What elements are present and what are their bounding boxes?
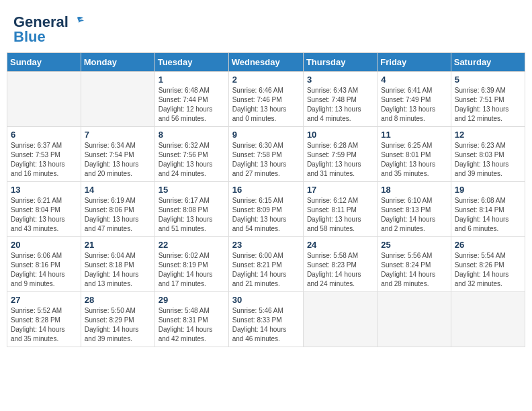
calendar-day-cell: [378, 292, 451, 347]
day-number: 20: [11, 240, 77, 250]
calendar-day-cell: 21Sunrise: 6:04 AM Sunset: 8:18 PM Dayli…: [81, 237, 154, 292]
weekday-header: Tuesday: [154, 53, 228, 72]
day-number: 26: [455, 240, 521, 250]
calendar-day-cell: 18Sunrise: 6:10 AM Sunset: 8:13 PM Dayli…: [378, 182, 451, 237]
day-number: 7: [85, 130, 151, 140]
calendar-day-cell: 16Sunrise: 6:15 AM Sunset: 8:09 PM Dayli…: [228, 182, 303, 237]
day-info: Sunrise: 6:02 AM Sunset: 8:19 PM Dayligh…: [159, 251, 225, 289]
day-info: Sunrise: 6:12 AM Sunset: 8:11 PM Dayligh…: [307, 196, 373, 234]
calendar-day-cell: 19Sunrise: 6:08 AM Sunset: 8:14 PM Dayli…: [451, 182, 525, 237]
day-number: 11: [381, 130, 447, 140]
day-number: 8: [159, 130, 225, 140]
calendar-day-cell: 24Sunrise: 5:58 AM Sunset: 8:23 PM Dayli…: [303, 237, 377, 292]
calendar-day-cell: 23Sunrise: 6:00 AM Sunset: 8:21 PM Dayli…: [228, 237, 303, 292]
calendar-day-cell: 27Sunrise: 5:52 AM Sunset: 8:28 PM Dayli…: [7, 292, 81, 347]
day-info: Sunrise: 5:58 AM Sunset: 8:23 PM Dayligh…: [307, 251, 373, 289]
calendar-day-cell: 13Sunrise: 6:21 AM Sunset: 8:04 PM Dayli…: [7, 182, 81, 237]
calendar-day-cell: 8Sunrise: 6:32 AM Sunset: 7:56 PM Daylig…: [154, 127, 228, 182]
calendar-day-cell: 3Sunrise: 6:43 AM Sunset: 7:48 PM Daylig…: [303, 72, 377, 127]
logo-bird-icon: [70, 15, 85, 30]
day-info: Sunrise: 6:32 AM Sunset: 7:56 PM Dayligh…: [159, 141, 225, 179]
day-info: Sunrise: 5:48 AM Sunset: 8:31 PM Dayligh…: [159, 306, 225, 344]
calendar-day-cell: 25Sunrise: 5:56 AM Sunset: 8:24 PM Dayli…: [378, 237, 451, 292]
calendar-day-cell: 9Sunrise: 6:30 AM Sunset: 7:58 PM Daylig…: [228, 127, 303, 182]
day-info: Sunrise: 6:48 AM Sunset: 7:44 PM Dayligh…: [159, 86, 225, 124]
day-number: 17: [307, 185, 373, 195]
logo-blue: Blue: [13, 28, 46, 46]
day-number: 18: [381, 185, 447, 195]
calendar-day-cell: 1Sunrise: 6:48 AM Sunset: 7:44 PM Daylig…: [154, 72, 228, 127]
day-number: 1: [159, 75, 225, 85]
day-info: Sunrise: 6:34 AM Sunset: 7:54 PM Dayligh…: [85, 141, 151, 179]
calendar-week-row: 6Sunrise: 6:37 AM Sunset: 7:53 PM Daylig…: [7, 127, 525, 182]
day-number: 23: [232, 240, 300, 250]
day-number: 30: [232, 295, 300, 305]
day-info: Sunrise: 6:30 AM Sunset: 7:58 PM Dayligh…: [232, 141, 300, 179]
day-info: Sunrise: 5:50 AM Sunset: 8:29 PM Dayligh…: [85, 306, 151, 344]
day-number: 27: [11, 295, 77, 305]
day-info: Sunrise: 6:15 AM Sunset: 8:09 PM Dayligh…: [232, 196, 300, 234]
day-number: 16: [232, 185, 300, 195]
day-info: Sunrise: 5:46 AM Sunset: 8:33 PM Dayligh…: [232, 306, 300, 344]
day-number: 10: [307, 130, 373, 140]
calendar-header-row: SundayMondayTuesdayWednesdayThursdayFrid…: [7, 53, 525, 72]
calendar-day-cell: 22Sunrise: 6:02 AM Sunset: 8:19 PM Dayli…: [154, 237, 228, 292]
day-info: Sunrise: 5:56 AM Sunset: 8:24 PM Dayligh…: [381, 251, 447, 289]
weekday-header: Sunday: [7, 53, 81, 72]
calendar-day-cell: 10Sunrise: 6:28 AM Sunset: 7:59 PM Dayli…: [303, 127, 377, 182]
day-info: Sunrise: 6:39 AM Sunset: 7:51 PM Dayligh…: [455, 86, 521, 124]
day-number: 6: [11, 130, 77, 140]
page-header: General Blue: [7, 7, 525, 49]
calendar-day-cell: 12Sunrise: 6:23 AM Sunset: 8:03 PM Dayli…: [451, 127, 525, 182]
day-info: Sunrise: 6:25 AM Sunset: 8:01 PM Dayligh…: [381, 141, 447, 179]
day-info: Sunrise: 6:37 AM Sunset: 7:53 PM Dayligh…: [11, 141, 77, 179]
day-info: Sunrise: 5:52 AM Sunset: 8:28 PM Dayligh…: [11, 306, 77, 344]
calendar-day-cell: [81, 72, 154, 127]
day-number: 4: [381, 75, 447, 85]
weekday-header: Friday: [378, 53, 451, 72]
calendar-day-cell: 28Sunrise: 5:50 AM Sunset: 8:29 PM Dayli…: [81, 292, 154, 347]
calendar-week-row: 27Sunrise: 5:52 AM Sunset: 8:28 PM Dayli…: [7, 292, 525, 347]
calendar-day-cell: [303, 292, 377, 347]
day-info: Sunrise: 6:06 AM Sunset: 8:16 PM Dayligh…: [11, 251, 77, 289]
calendar-day-cell: 4Sunrise: 6:41 AM Sunset: 7:49 PM Daylig…: [378, 72, 451, 127]
calendar-day-cell: 17Sunrise: 6:12 AM Sunset: 8:11 PM Dayli…: [303, 182, 377, 237]
day-info: Sunrise: 6:17 AM Sunset: 8:08 PM Dayligh…: [159, 196, 225, 234]
weekday-header: Wednesday: [228, 53, 303, 72]
day-number: 19: [455, 185, 521, 195]
calendar-day-cell: 5Sunrise: 6:39 AM Sunset: 7:51 PM Daylig…: [451, 72, 525, 127]
weekday-header: Thursday: [303, 53, 377, 72]
day-number: 2: [232, 75, 300, 85]
calendar-day-cell: 29Sunrise: 5:48 AM Sunset: 8:31 PM Dayli…: [154, 292, 228, 347]
day-number: 9: [232, 130, 300, 140]
day-info: Sunrise: 6:19 AM Sunset: 8:06 PM Dayligh…: [85, 196, 151, 234]
calendar-day-cell: 2Sunrise: 6:46 AM Sunset: 7:46 PM Daylig…: [228, 72, 303, 127]
calendar-body: 1Sunrise: 6:48 AM Sunset: 7:44 PM Daylig…: [7, 72, 525, 347]
day-number: 24: [307, 240, 373, 250]
calendar-day-cell: 14Sunrise: 6:19 AM Sunset: 8:06 PM Dayli…: [81, 182, 154, 237]
day-number: 15: [159, 185, 225, 195]
day-number: 22: [159, 240, 225, 250]
day-number: 12: [455, 130, 521, 140]
calendar-day-cell: 26Sunrise: 5:54 AM Sunset: 8:26 PM Dayli…: [451, 237, 525, 292]
day-number: 25: [381, 240, 447, 250]
calendar-day-cell: 11Sunrise: 6:25 AM Sunset: 8:01 PM Dayli…: [378, 127, 451, 182]
calendar-day-cell: 30Sunrise: 5:46 AM Sunset: 8:33 PM Dayli…: [228, 292, 303, 347]
calendar-week-row: 13Sunrise: 6:21 AM Sunset: 8:04 PM Dayli…: [7, 182, 525, 237]
day-number: 14: [85, 185, 151, 195]
calendar-day-cell: [7, 72, 81, 127]
day-number: 21: [85, 240, 151, 250]
calendar-day-cell: [451, 292, 525, 347]
day-info: Sunrise: 5:54 AM Sunset: 8:26 PM Dayligh…: [455, 251, 521, 289]
calendar-table: SundayMondayTuesdayWednesdayThursdayFrid…: [7, 52, 525, 347]
day-info: Sunrise: 6:28 AM Sunset: 7:59 PM Dayligh…: [307, 141, 373, 179]
day-info: Sunrise: 6:04 AM Sunset: 8:18 PM Dayligh…: [85, 251, 151, 289]
day-info: Sunrise: 6:21 AM Sunset: 8:04 PM Dayligh…: [11, 196, 77, 234]
day-info: Sunrise: 6:23 AM Sunset: 8:03 PM Dayligh…: [455, 141, 521, 179]
day-info: Sunrise: 6:10 AM Sunset: 8:13 PM Dayligh…: [381, 196, 447, 234]
day-info: Sunrise: 6:08 AM Sunset: 8:14 PM Dayligh…: [455, 196, 521, 234]
calendar-day-cell: 6Sunrise: 6:37 AM Sunset: 7:53 PM Daylig…: [7, 127, 81, 182]
day-info: Sunrise: 6:00 AM Sunset: 8:21 PM Dayligh…: [232, 251, 300, 289]
calendar-week-row: 1Sunrise: 6:48 AM Sunset: 7:44 PM Daylig…: [7, 72, 525, 127]
weekday-header: Monday: [81, 53, 154, 72]
